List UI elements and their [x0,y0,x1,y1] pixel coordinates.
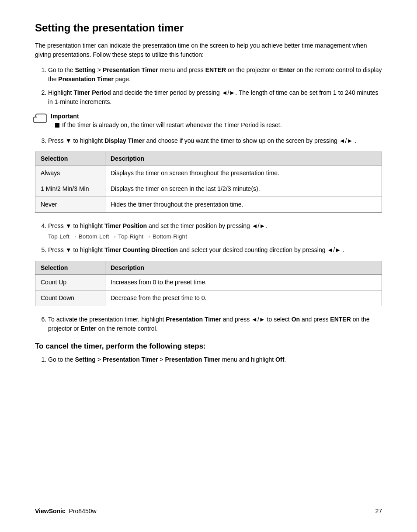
cancel-step-1: Go to the Setting > Presentation Timer >… [48,355,382,364]
steps-list-continued-3: To activate the presentation timer, high… [48,315,382,333]
table1-row2-selection: 1 Min/2 Min/3 Min [35,181,105,197]
cancel-section-heading: To cancel the timer, perform the followi… [35,342,382,351]
step-6: To activate the presentation timer, high… [48,315,382,333]
step-2-text: Highlight Timer Period and decide the ti… [48,89,379,105]
step-2: Highlight Timer Period and decide the ti… [48,88,382,107]
important-label: Important [51,113,382,120]
table-row: Never Hides the timer throughout the pre… [35,197,382,213]
page-title: Setting the presentation timer [35,22,382,34]
cancel-steps-list: Go to the Setting > Presentation Timer >… [48,355,382,364]
steps-list-continued-2: Press ▼ to highlight Timer Position and … [48,221,382,255]
important-bullet-text: If the timer is already on, the timer wi… [62,121,282,128]
table1-row3-description: Hides the timer throughout the presentat… [105,197,382,213]
table-row: Count Up Increases from 0 to the preset … [35,275,382,290]
footer: ViewSonic Pro8450w 27 [35,508,382,515]
cancel-step-1-text: Go to the Setting > Presentation Timer >… [48,356,286,363]
table1-row1-description: Displays the timer on screen throughout … [105,166,382,181]
important-icon [35,114,47,123]
table-row: Count Down Decrease from the preset time… [35,290,382,306]
table-row: 1 Min/2 Min/3 Min Displays the timer on … [35,181,382,197]
counting-direction-table: Selection Description Count Up Increases… [35,261,382,306]
footer-brand: ViewSonic Pro8450w [35,508,97,515]
display-timer-table: Selection Description Always Displays th… [35,152,382,213]
step-6-text: To activate the presentation timer, high… [48,316,370,332]
main-steps-list: Go to the Setting > Presentation Timer m… [48,66,382,107]
table2-row2-selection: Count Down [35,290,105,306]
step-1: Go to the Setting > Presentation Timer m… [48,66,382,84]
table2-row1-selection: Count Up [35,275,105,290]
table2-col-selection: Selection [35,261,105,275]
step-3: Press ▼ to highlight Display Timer and c… [48,136,382,145]
table2-header-row: Selection Description [35,261,382,275]
footer-model: Pro8450w [69,508,97,515]
steps-list-continued-1: Press ▼ to highlight Display Timer and c… [48,136,382,145]
bullet-icon [55,123,59,128]
table1-col-description: Description [105,152,382,166]
step-4-text: Press ▼ to highlight Timer Position and … [48,222,267,229]
table1-row1-selection: Always [35,166,105,181]
step-4: Press ▼ to highlight Timer Position and … [48,221,382,241]
important-content: Important If the timer is already on, th… [51,113,382,130]
table1-row2-description: Displays the timer on screen in the last… [105,181,382,197]
important-bullet: If the timer is already on, the timer wi… [51,121,382,128]
intro-text: The presentation timer can indicate the … [35,41,382,59]
table2-col-description: Description [105,261,382,275]
important-note: Important If the timer is already on, th… [35,113,382,130]
step-4-subtext: Top-Left → Bottom-Left → Top-Right → Bot… [48,232,382,241]
table-row: Always Displays the timer on screen thro… [35,166,382,181]
table1-col-selection: Selection [35,152,105,166]
footer-brand-name: ViewSonic [35,508,66,515]
step-5-text: Press ▼ to highlight Timer Counting Dire… [48,246,344,253]
table1-header-row: Selection Description [35,152,382,166]
step-1-text: Go to the Setting > Presentation Timer m… [48,66,382,83]
step-3-text: Press ▼ to highlight Display Timer and c… [48,137,356,144]
footer-page-number: 27 [375,508,382,515]
table2-row2-description: Decrease from the preset time to 0. [105,290,382,306]
table2-row1-description: Increases from 0 to the preset time. [105,275,382,290]
step-5: Press ▼ to highlight Timer Counting Dire… [48,245,382,255]
table1-row3-selection: Never [35,197,105,213]
